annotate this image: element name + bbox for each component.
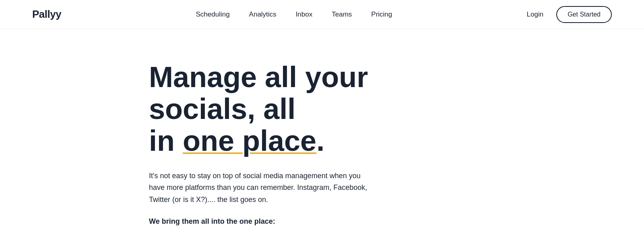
nav-link-analytics[interactable]: Analytics: [249, 10, 277, 19]
nav-links: Scheduling Analytics Inbox Teams Pricing: [196, 10, 392, 19]
hero-description: It's not easy to stay on top of social m…: [149, 170, 374, 206]
hero-headline-period: .: [316, 125, 324, 157]
nav-actions: Login Get Started: [527, 6, 612, 23]
hero-headline-highlight: one place: [183, 125, 316, 157]
hero-headline-in: in: [149, 125, 183, 157]
hero-subheading: We bring them all into the one place:: [149, 217, 612, 226]
hero-headline-line1: Manage all your socials, all: [149, 61, 368, 125]
hero-headline-line2: in one place.: [149, 125, 324, 157]
nav-get-started-button[interactable]: Get Started: [556, 6, 612, 23]
hero-headline: Manage all your socials, all in one plac…: [149, 61, 439, 157]
nav-link-scheduling[interactable]: Scheduling: [196, 10, 229, 19]
nav-link-teams[interactable]: Teams: [332, 10, 352, 19]
navbar: Pallyy Scheduling Analytics Inbox Teams …: [0, 0, 644, 29]
nav-login-link[interactable]: Login: [527, 10, 544, 19]
nav-link-pricing[interactable]: Pricing: [371, 10, 392, 19]
hero-section: Manage all your socials, all in one plac…: [0, 29, 644, 231]
nav-logo[interactable]: Pallyy: [32, 8, 61, 21]
nav-link-inbox[interactable]: Inbox: [296, 10, 313, 19]
